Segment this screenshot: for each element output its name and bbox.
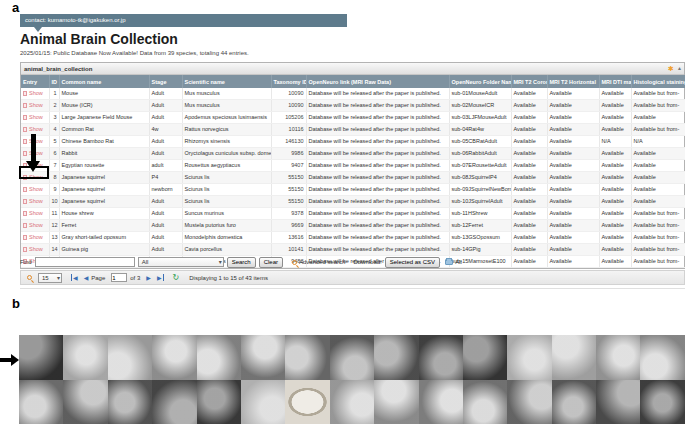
cell-common-name: Chinese Bamboo Rat [59,136,149,148]
cell-mri-t2-horizontal: Available [547,220,599,232]
column-header-common-name[interactable]: Common name [59,75,149,88]
prev-page-button[interactable]: ◀ [84,274,89,281]
column-header-id[interactable]: ID [49,75,59,88]
refresh-icon[interactable]: ↻ [173,273,180,282]
advanced-search-link[interactable]: Advanced search [299,259,345,265]
column-header-openneuro-folder-name[interactable]: OpenNeuro Folder Name [449,75,511,88]
panel-b-label: b [12,296,20,311]
cell-taxonomy-id: 9986 [271,148,306,160]
cell-scientific-name: Sciurus lis [182,184,271,196]
table-row: Show5Chinese Bamboo RatAdultRhizomys sin… [21,136,685,148]
table-header-row: EntryIDCommon nameStageScientific nameTa… [21,75,685,88]
cell-mri-dti: Available [599,184,631,196]
cell-id: 13 [49,232,59,244]
page-size-select[interactable]: 15 [38,273,62,283]
cell-folder: sub-10JSquirrelAdult [449,196,511,208]
cell-id: 8 [49,172,59,184]
cell-scientific-name: Sciurus lis [182,172,271,184]
animal-table: EntryIDCommon nameStageScientific nameTa… [21,75,685,268]
cell-stage: newborn [149,184,182,196]
column-header-openneuro-link-mri-raw-data-[interactable]: OpenNeuro link (MRI Raw Data) [306,75,449,88]
show-entry-link[interactable]: Show [29,198,43,204]
last-page-button[interactable]: ▶ [157,274,164,281]
thumbnail-black-grouse [285,335,329,380]
cell-mri-t2-coronal: Available [511,88,547,100]
column-header-mri-t2-coronal[interactable]: MRI T2 Coronal [511,75,547,88]
page-number-input[interactable] [111,273,127,282]
thumbnail-rooster [374,380,418,424]
thumbnail-rabbit-ear [152,335,196,380]
cell-common-name: House shrew [59,208,149,220]
thumbnail-magpie [463,335,507,380]
advanced-search-icon [292,260,297,265]
table-row: Show1MouseAdultMus musculus10090Database… [21,88,685,100]
column-header-stage[interactable]: Stage [149,75,182,88]
cell-stage: Adult [149,100,182,112]
column-header-mri-t2-horizontal[interactable]: MRI T2 Horizontal [547,75,599,88]
cell-mri-dti: Available [599,88,631,100]
show-entry-link[interactable]: Show [29,102,43,108]
page-title: Animal Brain Collection [20,31,178,47]
table-row: Show7Egyptian rousetteadultRousettus aeg… [21,160,685,172]
collapse-grid-icon[interactable]: ▴ [678,65,681,72]
cell-id: 5 [49,136,59,148]
cell-folder: sub-11HShrew [449,208,511,220]
filter-select[interactable]: All [138,257,224,267]
cell-mri-t2-coronal: Available [511,172,547,184]
show-entry-link[interactable]: Show [29,114,43,120]
grid-star-icon[interactable]: ✱ [668,65,674,72]
show-entry-link[interactable]: Show [29,222,43,228]
page-search-icon[interactable] [27,275,32,280]
column-header-histological-staining[interactable]: Histological staining [631,75,685,88]
cell-mri-dti: Available [599,244,631,256]
show-entry-link[interactable]: Show [29,126,43,132]
show-entry-link[interactable]: Show [29,186,43,192]
thumbnail-climbing-rodent [197,335,241,380]
entry-cell: Show [21,232,49,244]
cell-folder: sub-09JSquirrelNewBorn [449,184,511,196]
cell-id: 12 [49,220,59,232]
thumbnail-osprey [419,380,463,424]
cell-mri-t2-coronal: Available [511,232,547,244]
cell-mri-t2-horizontal: Available [547,100,599,112]
cell-mri-dti: Available [599,148,631,160]
table-row: Show2Mouse (ICR)AdultMus musculus10090Da… [21,100,685,112]
cell-mri-t2-horizontal: Available [547,184,599,196]
cell-stage: Adult [149,112,182,124]
cell-scientific-name: Monodelphis domestica [182,232,271,244]
show-entry-icon [23,127,27,132]
cell-id: 6 [49,148,59,160]
next-page-button[interactable]: ▶ [146,274,151,281]
cell-common-name: Gray short-tailed opossum [59,232,149,244]
find-input[interactable] [35,257,135,267]
entry-cell: Show [21,100,49,112]
cell-mri-t2-horizontal: Available [547,112,599,124]
thumbnail-marmoset [63,380,107,424]
annotation-right-arrow-head [11,354,19,366]
clear-button[interactable]: Clear [259,257,283,268]
download-csv-button[interactable]: Selected as CSV [385,257,440,268]
filter-selected-value: All [142,259,149,265]
first-page-button[interactable]: ◀ [71,274,78,281]
cell-mri-t2-coronal: Available [511,124,547,136]
show-entry-link[interactable]: Show [29,246,43,252]
cell-scientific-name: Suncus murinus [182,208,271,220]
show-entry-link[interactable]: Show [29,90,43,96]
search-button[interactable]: Search [227,257,256,268]
column-header-entry[interactable]: Entry [21,75,49,88]
download-all-link[interactable]: All [455,259,462,265]
cell-common-name: Rabbit [59,148,149,160]
column-header-scientific-name[interactable]: Scientific name [182,75,271,88]
cell-id: 4 [49,124,59,136]
thumbnail-guinea-pig [374,335,418,380]
page-of-label: of 3 [130,275,140,281]
show-entry-link[interactable]: Show [29,210,43,216]
column-header-taxonomy-id[interactable]: Taxonomy ID [271,75,306,88]
show-entry-link[interactable]: Show [29,234,43,240]
cell-histology: Available but from- [631,124,685,136]
column-header-mri-dti-map[interactable]: MRI DTI map [599,75,631,88]
cell-taxonomy-id: 10090 [271,88,306,100]
cell-folder: sub-08JSquirrelP4 [449,172,511,184]
cell-mri-dti: Available [599,124,631,136]
table-row: Show8Japanese squirrelP4Sciurus lis55150… [21,172,685,184]
